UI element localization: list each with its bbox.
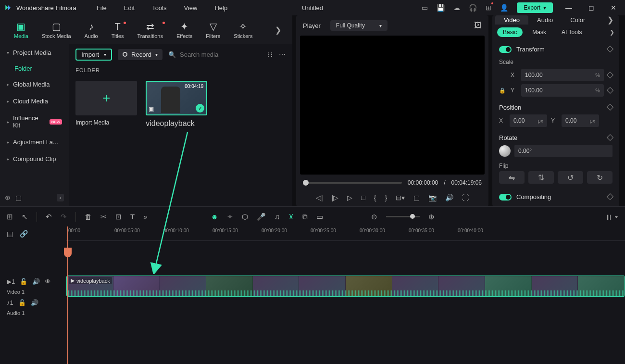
tab-effects[interactable]: ✦Effects (170, 21, 199, 39)
compositing-toggle[interactable] (499, 194, 512, 201)
rotate-cw-button[interactable]: ↻ (587, 171, 612, 184)
track-mute-icon[interactable]: 🔊 (32, 278, 40, 285)
timeline-layers-icon[interactable]: ▤ (7, 230, 13, 238)
text-icon[interactable]: T (130, 213, 135, 221)
grid-icon[interactable]: ⊞ (7, 213, 13, 221)
play-reverse-icon[interactable]: |▷ (332, 194, 339, 201)
shield-icon[interactable]: ⬡ (242, 213, 248, 221)
preview-viewport[interactable] (300, 36, 485, 175)
save-icon[interactable]: 💾 (437, 4, 445, 12)
volume-icon[interactable]: 🔊 (445, 194, 453, 201)
zoom-slider[interactable] (386, 216, 420, 217)
sidebar-compound-clip[interactable]: ▸Compound Clip (0, 151, 69, 167)
pos-y-input[interactable]: 0.00px (562, 114, 599, 127)
pos-x-input[interactable]: 0.00px (510, 114, 547, 127)
import-media-card[interactable]: + Import Media (75, 81, 137, 128)
snapshot-icon[interactable]: 🖼 (474, 21, 482, 30)
play-icon[interactable]: ▷ (347, 194, 352, 201)
redo-icon[interactable]: ↷ (61, 213, 67, 221)
prop-tab-video[interactable]: Video (495, 15, 528, 25)
link-icon[interactable]: ⧉ (302, 213, 308, 221)
tab-titles[interactable]: TTitles (105, 21, 131, 39)
cut-icon[interactable]: ✂ (100, 213, 107, 221)
video-track-1[interactable]: ▶videoplayback (66, 275, 625, 298)
scale-y-input[interactable]: 100.00% (521, 84, 604, 97)
sparkle-icon[interactable]: ✦ (227, 213, 233, 221)
mark-out-icon[interactable]: } (385, 194, 387, 201)
subtab-ai-tools[interactable]: AI Tools (556, 27, 588, 37)
timeline-clip[interactable]: ▶videoplayback (66, 276, 625, 297)
headphones-icon[interactable]: 🎧 (469, 4, 477, 12)
delete-icon[interactable]: 🗑 (85, 213, 92, 221)
track-lock-icon[interactable]: 🔓 (20, 278, 27, 285)
prev-frame-icon[interactable]: ◁| (316, 194, 323, 201)
position-keyframe-icon[interactable] (608, 104, 612, 111)
track-visible-icon[interactable]: 👁 (45, 278, 51, 285)
audio-lock-icon[interactable]: 🔓 (18, 299, 26, 306)
prop-tab-color[interactable]: Color (562, 15, 594, 25)
music-icon[interactable]: ♫ (275, 213, 280, 221)
menu-file[interactable]: File (90, 4, 113, 12)
scale-x-keyframe[interactable] (608, 71, 612, 79)
tabs-more-icon[interactable]: ❯ (271, 25, 285, 35)
crop-icon[interactable]: ⊡ (115, 213, 122, 221)
sidebar-global-media[interactable]: ▸Global Media (0, 76, 69, 93)
device-icon[interactable]: ▭ (422, 4, 428, 12)
new-folder-icon[interactable]: ⊕ (5, 194, 11, 201)
transform-toggle[interactable] (499, 46, 512, 53)
rotate-ccw-button[interactable]: ↺ (558, 171, 583, 184)
lock-icon[interactable]: 🔒 (499, 88, 507, 94)
ratio-icon[interactable]: ⊟▾ (396, 194, 405, 201)
playhead[interactable] (67, 226, 68, 364)
subtabs-more-icon[interactable]: ❯ (610, 29, 614, 36)
transform-keyframe-icon[interactable] (608, 46, 612, 53)
sidebar-influence-kit[interactable]: ▸Influence KitNEW (0, 110, 69, 134)
flip-horizontal-button[interactable]: ⇋ (499, 171, 525, 184)
cloud-icon[interactable]: ☁ (453, 4, 460, 12)
close-button[interactable]: ✕ (607, 4, 620, 12)
zoom-out-icon[interactable]: ⊖ (371, 213, 377, 221)
tab-media[interactable]: ▣Media (7, 21, 35, 39)
scale-y-keyframe[interactable] (608, 86, 612, 95)
prop-tab-audio[interactable]: Audio (528, 15, 562, 25)
scale-x-input[interactable]: 100.00% (521, 69, 604, 81)
more-icon[interactable]: ⋯ (279, 50, 286, 58)
user-icon[interactable]: 👤 (500, 4, 508, 12)
search-input[interactable]: 🔍 (168, 51, 261, 58)
record-button[interactable]: Record▾ (118, 49, 162, 60)
rotate-keyframe-icon[interactable] (608, 134, 612, 141)
tab-audio[interactable]: ♪Audio (78, 21, 105, 39)
stop-icon[interactable]: □ (361, 194, 365, 201)
timeline-link-icon[interactable]: 🔗 (20, 230, 28, 238)
face-icon[interactable]: ☻ (211, 213, 218, 221)
menu-help[interactable]: Help (208, 4, 234, 12)
sidebar-cloud-media[interactable]: ▸Cloud Media (0, 93, 69, 110)
maximize-button[interactable]: ◻ (585, 4, 598, 12)
sidebar-folder[interactable]: Folder (0, 61, 69, 76)
sidebar-project-media[interactable]: ▾Project Media (0, 44, 69, 61)
props-more-icon[interactable]: ❯ (607, 15, 616, 25)
audio-mute-icon[interactable]: 🔊 (31, 299, 38, 306)
fullscreen-icon[interactable]: ⛶ (462, 194, 469, 201)
tab-stickers[interactable]: ✧Stickers (227, 21, 259, 39)
tab-transitions[interactable]: ⇄Transitions (131, 21, 170, 39)
tab-stock-media[interactable]: ▢Stock Media (35, 21, 78, 39)
folder-icon[interactable]: ▢ (15, 194, 22, 201)
search-field[interactable] (180, 51, 261, 58)
zoom-in-icon[interactable]: ⊕ (428, 213, 435, 221)
scrub-bar[interactable] (303, 182, 402, 184)
mark-in-icon[interactable]: { (374, 194, 376, 201)
cursor-icon[interactable]: ↖ (22, 213, 28, 221)
view-options-icon[interactable]: ⫼ ▾ (605, 213, 618, 221)
more-tools-icon[interactable]: » (143, 213, 147, 221)
tab-filters[interactable]: ▽Filters (199, 21, 227, 39)
display-icon[interactable]: ▢ (413, 194, 420, 201)
flip-vertical-button[interactable]: ⇅ (528, 171, 554, 184)
magnet-icon[interactable]: ⊻ (288, 213, 294, 221)
timeline-ruler[interactable]: 00:00 00:00:05:00 00:00:10:00 00:00:15:0… (66, 226, 625, 241)
menu-tools[interactable]: Tools (145, 4, 173, 12)
media-clip-card[interactable]: 00:04:19 ▣ ✓ videoplayback (146, 81, 207, 128)
minimize-button[interactable]: — (562, 4, 576, 12)
camera-icon[interactable]: 📷 (428, 194, 437, 201)
collapse-sidebar-icon[interactable]: ‹ (57, 194, 64, 201)
